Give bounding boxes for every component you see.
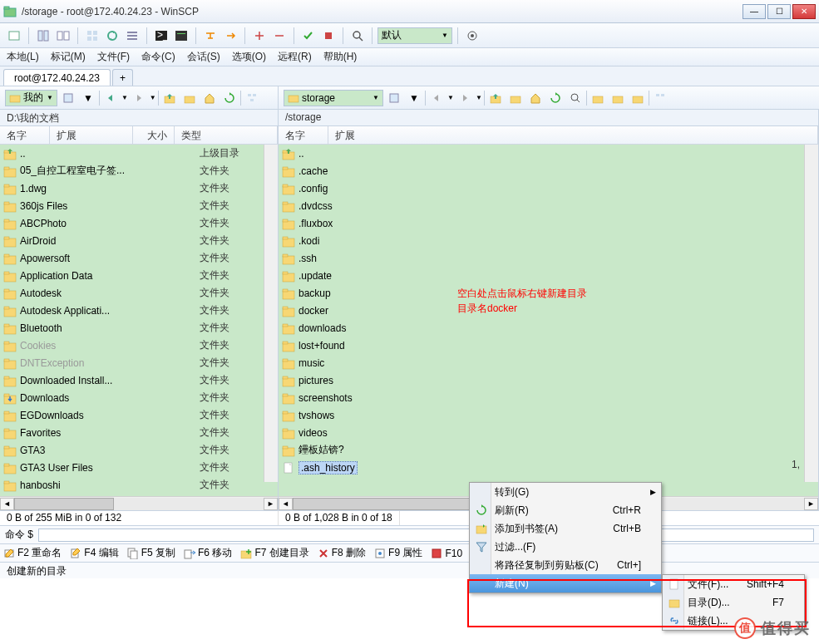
f6-move[interactable]: F6 移动 <box>184 546 232 560</box>
forward-icon[interactable] <box>456 89 474 107</box>
f10-item[interactable]: F10 <box>431 548 462 559</box>
list-item[interactable]: 360js Files文件夹 <box>0 197 278 214</box>
list-item[interactable]: .ssh <box>279 249 818 267</box>
new-session-icon[interactable] <box>5 27 23 45</box>
list-item[interactable]: .. <box>279 145 818 162</box>
list-item[interactable]: screenshots <box>279 389 818 406</box>
remove-icon[interactable] <box>270 27 289 45</box>
parent-icon[interactable] <box>486 89 505 107</box>
console-icon[interactable]: >_ <box>152 27 170 45</box>
list-item[interactable]: .kodi <box>279 232 818 249</box>
submenu-dir[interactable]: 目录(D)...F7 <box>663 593 804 612</box>
f5-copy[interactable]: F5 复制 <box>127 546 175 560</box>
f2-rename[interactable]: F2 重命名 <box>3 546 62 560</box>
stop-icon[interactable] <box>319 27 338 45</box>
tree-icon[interactable] <box>243 89 261 107</box>
f9-props[interactable]: F9 属性 <box>374 546 422 560</box>
tree-icon[interactable] <box>651 89 669 107</box>
new-tab-button[interactable]: + <box>112 69 133 86</box>
ctx-refresh[interactable]: 刷新(R)Ctrl+R <box>470 501 661 519</box>
list-item[interactable]: lost+found <box>279 337 818 354</box>
list-item[interactable]: docker <box>279 302 818 319</box>
check-icon[interactable] <box>299 27 318 45</box>
col-name[interactable]: 名字 <box>0 126 50 144</box>
list-item[interactable]: GTA3 User Files文件夹 <box>0 459 278 476</box>
transfer-preset-dropdown[interactable]: 默认 ▼ <box>377 27 452 44</box>
scrollbar-horizontal[interactable]: ◄► <box>0 496 278 510</box>
maximize-button[interactable]: ☐ <box>767 4 791 19</box>
scrollbar-vertical[interactable] <box>264 145 278 482</box>
list-item[interactable]: .cache <box>279 162 818 179</box>
view-icon[interactable] <box>59 89 77 107</box>
sync-icon[interactable] <box>34 27 52 45</box>
menu-session[interactable]: 会话(S) <box>187 50 220 64</box>
list-item[interactable]: pictures <box>279 371 818 389</box>
list-item[interactable]: GTA3文件夹 <box>0 441 278 459</box>
col-ext[interactable]: 扩展 <box>50 126 133 144</box>
menu-options[interactable]: 选项(O) <box>232 50 266 64</box>
list-item[interactable]: Application Data文件夹 <box>0 267 278 284</box>
list-item[interactable]: Autodesk文件夹 <box>0 284 278 302</box>
list-item[interactable]: .update <box>279 267 818 284</box>
ctx-bookmark[interactable]: 添加到书签(A)Ctrl+B <box>470 519 661 538</box>
list-item[interactable]: hanboshi文件夹 <box>0 476 278 494</box>
list-item[interactable]: backup <box>279 284 818 302</box>
list-item[interactable]: .config <box>279 179 818 197</box>
list-item[interactable]: Apowersoft文件夹 <box>0 249 278 267</box>
home-icon[interactable] <box>526 89 545 107</box>
f8-delete[interactable]: F8 删除 <box>318 546 366 560</box>
session-tab[interactable]: root@172.40.24.23 <box>3 69 111 86</box>
view-icon[interactable] <box>385 89 403 107</box>
list-item[interactable]: 鑸板姞锛? <box>279 441 818 459</box>
local-drive-dropdown[interactable]: 我的 ▼ <box>5 90 57 106</box>
menu-remote[interactable]: 远程(R) <box>278 50 312 64</box>
list-item[interactable]: videos <box>279 424 818 441</box>
root-icon[interactable] <box>506 89 525 107</box>
grid-icon[interactable] <box>83 27 101 45</box>
refresh-icon[interactable] <box>546 89 565 107</box>
back-icon[interactable] <box>427 89 446 107</box>
list-item[interactable]: ABCPhoto文件夹 <box>0 214 278 232</box>
refresh-icon[interactable] <box>220 89 239 107</box>
list-item[interactable]: 05_自控工程室电子签...文件夹 <box>0 162 278 179</box>
list-item[interactable]: Autodesk Applicati...文件夹 <box>0 302 278 319</box>
list-item[interactable]: EGDownloads文件夹 <box>0 406 278 424</box>
add-icon[interactable] <box>250 27 269 45</box>
list-item[interactable]: Downloads文件夹 <box>0 389 278 406</box>
ctx-goto[interactable]: 转到(G)▶ <box>470 483 661 501</box>
list-item[interactable]: Bluetooth文件夹 <box>0 319 278 337</box>
bookmark3-icon[interactable] <box>629 89 647 107</box>
list-item[interactable]: .fluxbox <box>279 214 818 232</box>
list-item[interactable]: .ash_history <box>279 459 818 476</box>
ctx-copypath[interactable]: 将路径复制到剪贴板(C)Ctrl+] <box>470 556 661 574</box>
terminal-icon[interactable] <box>172 27 190 45</box>
root-icon[interactable] <box>180 89 199 107</box>
ctx-new[interactable]: 新建(N)▶ <box>470 574 661 592</box>
list-item[interactable]: Downloaded Install...文件夹 <box>0 371 278 389</box>
menu-mark[interactable]: 标记(M) <box>51 50 86 64</box>
scrollbar-vertical[interactable] <box>804 145 818 482</box>
f7-mkdir[interactable]: F7 创建目录 <box>240 546 308 560</box>
remote-drive-dropdown[interactable]: storage ▼ <box>284 90 383 106</box>
list-item[interactable]: Cookies文件夹 <box>0 337 278 354</box>
transfer-settings-icon[interactable] <box>201 27 220 45</box>
col-ext[interactable]: 扩展 <box>328 126 818 144</box>
find-icon[interactable] <box>566 89 585 107</box>
ctx-filter[interactable]: 过滤...(F) <box>470 538 661 556</box>
menu-files[interactable]: 文件(F) <box>97 50 130 64</box>
list-item[interactable]: DNTException文件夹 <box>0 354 278 371</box>
menu-local[interactable]: 本地(L) <box>7 50 39 64</box>
list-item[interactable]: ..上级目录 <box>0 145 278 162</box>
remote-file-list[interactable]: ...cache.config.dvdcss.fluxbox.kodi.ssh.… <box>279 145 818 496</box>
list-item[interactable]: tvshows <box>279 406 818 424</box>
command-input[interactable] <box>38 528 814 542</box>
list-item[interactable]: Favorites文件夹 <box>0 424 278 441</box>
sync-browse-icon[interactable] <box>103 27 121 45</box>
bookmark2-icon[interactable] <box>609 89 627 107</box>
back-icon[interactable] <box>101 89 120 107</box>
parent-icon[interactable] <box>160 89 179 107</box>
dropdown-icon[interactable]: ▼ <box>405 89 423 107</box>
options-icon[interactable] <box>463 27 481 45</box>
local-file-list[interactable]: ..上级目录05_自控工程室电子签...文件夹1.dwg文件夹360js Fil… <box>0 145 278 496</box>
list-item[interactable]: AirDroid文件夹 <box>0 232 278 249</box>
